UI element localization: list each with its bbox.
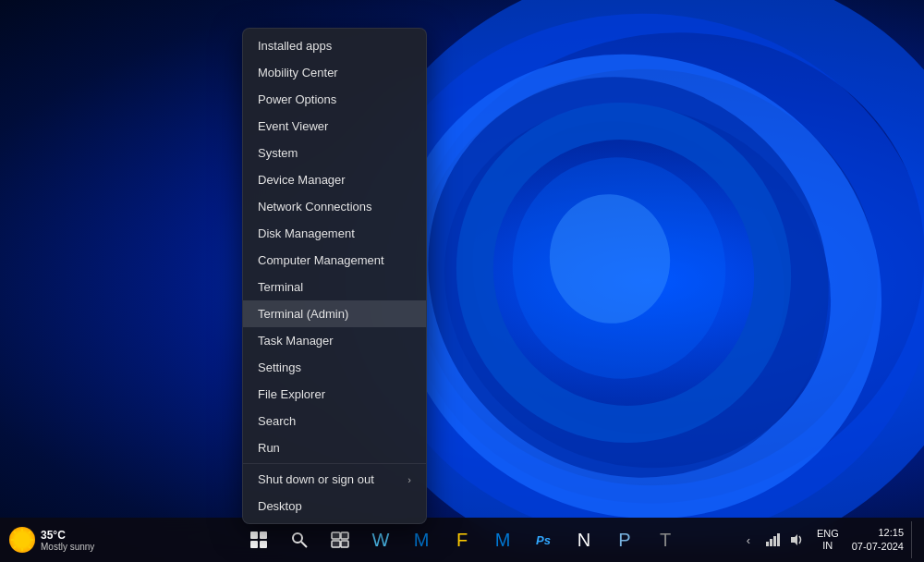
menu-item-label-computer-management: Computer Management <box>258 253 384 267</box>
context-menu: Installed appsMobility CenterPower Optio… <box>242 28 427 524</box>
taskbar-icon-ps[interactable]: Ps <box>525 521 562 558</box>
svg-rect-23 <box>341 532 348 539</box>
desktop <box>0 0 924 562</box>
menu-item-system[interactable]: System <box>243 140 426 166</box>
taskbar: 35°C Mostly sunny WMFMPsNPT ‹ <box>0 518 924 562</box>
svg-rect-22 <box>332 532 340 539</box>
svg-rect-18 <box>250 541 258 548</box>
menu-item-terminal[interactable]: Terminal <box>243 274 426 300</box>
language-code: ENG <box>817 528 839 540</box>
menu-item-file-explorer[interactable]: File Explorer <box>243 381 426 408</box>
svg-line-12 <box>14 531 16 533</box>
date-display: 07-07-2024 <box>852 540 904 554</box>
menu-item-label-desktop: Desktop <box>258 499 302 513</box>
menu-item-label-shut-down: Shut down or sign out <box>258 472 374 486</box>
time-display: 12:15 <box>878 526 904 540</box>
submenu-chevron-shut-down: › <box>407 474 411 485</box>
menu-item-installed-apps[interactable]: Installed apps <box>243 32 426 59</box>
svg-line-14 <box>29 531 30 533</box>
show-desktop-button[interactable] <box>911 521 917 558</box>
menu-item-power-options[interactable]: Power Options <box>243 86 426 113</box>
taskbar-icon-start[interactable] <box>240 521 277 558</box>
weather-description: Mostly sunny <box>41 542 94 552</box>
menu-item-mobility-center[interactable]: Mobility Center <box>243 59 426 86</box>
taskbar-icon-store[interactable]: M <box>484 521 521 558</box>
svg-rect-28 <box>773 536 776 546</box>
taskbar-icon-notepad[interactable]: N <box>565 521 602 558</box>
tray-volume[interactable] <box>785 521 808 558</box>
weather-temperature: 35°C <box>41 529 94 542</box>
svg-rect-25 <box>341 541 348 547</box>
svg-line-13 <box>29 546 30 548</box>
weather-icon <box>9 527 35 553</box>
taskbar-icon-taskview[interactable] <box>322 521 359 558</box>
weather-text: 35°C Mostly sunny <box>41 529 94 552</box>
menu-item-search[interactable]: Search <box>243 408 426 434</box>
menu-item-label-installed-apps: Installed apps <box>258 39 332 53</box>
menu-item-device-manager[interactable]: Device Manager <box>243 166 426 193</box>
menu-item-computer-management[interactable]: Computer Management <box>243 247 426 274</box>
svg-line-21 <box>301 542 307 547</box>
menu-item-label-power-options: Power Options <box>258 92 336 106</box>
menu-item-label-task-manager: Task Manager <box>258 334 334 348</box>
menu-item-label-search: Search <box>258 414 296 428</box>
menu-item-disk-management[interactable]: Disk Management <box>243 220 426 247</box>
menu-item-label-disk-management: Disk Management <box>258 226 355 240</box>
menu-item-shut-down[interactable]: Shut down or sign out› <box>243 466 426 493</box>
menu-item-label-terminal-admin: Terminal (Admin) <box>258 307 348 321</box>
taskbar-icon-search[interactable] <box>281 521 318 558</box>
menu-item-network-connections[interactable]: Network Connections <box>243 193 426 220</box>
svg-rect-29 <box>777 533 780 546</box>
menu-item-label-network-connections: Network Connections <box>258 200 372 214</box>
taskbar-icon-explorer[interactable]: F <box>444 521 480 558</box>
menu-item-label-event-viewer: Event Viewer <box>258 119 328 133</box>
taskbar-center: WMFMPsNPT <box>240 521 684 558</box>
taskbar-icon-widgets[interactable]: W <box>362 521 399 558</box>
region-code: IN <box>822 540 833 552</box>
taskbar-icon-terminal[interactable]: T <box>647 521 684 558</box>
menu-item-label-terminal: Terminal <box>258 280 303 294</box>
menu-separator <box>243 463 426 464</box>
taskbar-right: ‹ ENG IN 12:15 07-07-2024 <box>737 521 924 558</box>
svg-rect-17 <box>260 531 267 539</box>
svg-line-15 <box>14 546 16 548</box>
menu-item-label-file-explorer: File Explorer <box>258 387 325 401</box>
svg-rect-26 <box>766 542 769 546</box>
menu-item-label-system: System <box>258 146 298 160</box>
weather-widget[interactable]: 35°C Mostly sunny <box>9 527 94 553</box>
menu-item-label-settings: Settings <box>258 360 301 374</box>
menu-item-run[interactable]: Run <box>243 434 426 461</box>
menu-item-label-mobility-center: Mobility Center <box>258 66 338 79</box>
clock[interactable]: 12:15 07-07-2024 <box>848 526 907 555</box>
menu-item-label-run: Run <box>258 441 280 455</box>
tray-network[interactable] <box>761 521 784 558</box>
menu-item-task-manager[interactable]: Task Manager <box>243 327 426 354</box>
svg-marker-30 <box>791 534 797 545</box>
svg-rect-24 <box>332 541 340 547</box>
taskbar-icon-edge[interactable]: M <box>403 521 440 558</box>
taskbar-icon-photos[interactable]: P <box>606 521 643 558</box>
tray-chevron[interactable]: ‹ <box>737 521 760 558</box>
menu-item-terminal-admin[interactable]: Terminal (Admin) <box>243 300 426 327</box>
menu-item-label-device-manager: Device Manager <box>258 173 346 187</box>
svg-point-7 <box>15 532 30 547</box>
svg-point-20 <box>293 533 302 543</box>
svg-rect-19 <box>260 541 267 548</box>
svg-rect-27 <box>770 539 772 546</box>
language-indicator[interactable]: ENG IN <box>811 528 845 552</box>
menu-item-event-viewer[interactable]: Event Viewer <box>243 113 426 140</box>
svg-rect-16 <box>250 531 258 539</box>
menu-item-desktop[interactable]: Desktop <box>243 493 426 519</box>
menu-item-settings[interactable]: Settings <box>243 354 426 381</box>
system-tray: ‹ <box>737 521 808 558</box>
taskbar-left: 35°C Mostly sunny <box>0 527 94 553</box>
